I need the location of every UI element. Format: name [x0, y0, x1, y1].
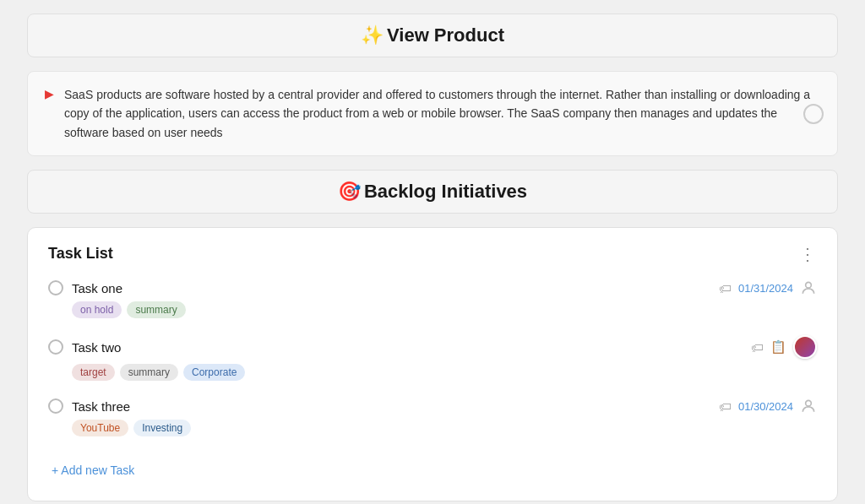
backlog-title: 🎯Backlog Initiatives: [338, 181, 527, 202]
tags-row-3: YouTube Investing: [72, 420, 817, 436]
circle-icon: [803, 104, 824, 124]
person-icon-1: [800, 279, 817, 296]
info-box: ▶ SaaS products are software hosted by a…: [27, 71, 838, 156]
svg-point-0: [806, 283, 812, 289]
tag-youtube[interactable]: YouTube: [72, 420, 128, 436]
task-name-1: Task one: [72, 281, 122, 295]
page-wrapper: ✨View Product ▶ SaaS products are softwa…: [27, 14, 838, 501]
task-item-2: Task two 🏷 📋 target summary Corporate: [48, 335, 817, 381]
backlog-emoji: 🎯: [338, 181, 361, 202]
add-task-button[interactable]: + Add new Task: [52, 460, 134, 480]
task-name-3: Task three: [72, 399, 130, 414]
view-product-title: ✨View Product: [361, 24, 504, 46]
info-text: SaaS products are software hosted by a c…: [64, 85, 820, 142]
tag-summary-1[interactable]: summary: [127, 301, 185, 318]
task-list-title: Task List: [48, 245, 113, 263]
person-icon-3: [800, 398, 817, 415]
task-checkbox-3[interactable]: [48, 398, 63, 414]
task-row-3: Task three 🏷 01/30/2024: [48, 398, 817, 415]
task-date-1: 01/31/2024: [738, 282, 793, 295]
tags-row-1: on hold summary: [72, 301, 817, 318]
more-options-button[interactable]: ⋮: [799, 246, 817, 263]
task-date-3: 01/30/2024: [738, 400, 793, 413]
task-checkbox-1[interactable]: [48, 280, 63, 295]
task-item-1: Task one 🏷 01/31/2024 on hold summary: [48, 279, 817, 318]
tag-on-hold[interactable]: on hold: [72, 301, 122, 318]
task-right-3: 🏷 01/30/2024: [719, 398, 817, 415]
task-left-3: Task three: [48, 398, 130, 414]
avatar-2: [793, 335, 817, 359]
tags-row-2: target summary Corporate: [72, 364, 817, 381]
task-left-2: Task two: [48, 339, 121, 355]
view-product-emoji: ✨: [361, 24, 384, 46]
task-row-2: Task two 🏷 📋: [48, 335, 817, 359]
tag-icon-2: 🏷: [751, 340, 764, 355]
task-left-1: Task one: [48, 280, 122, 295]
tag-icon-1: 🏷: [719, 281, 732, 295]
task-checkbox-2[interactable]: [48, 339, 63, 355]
task-card-header: Task List ⋮: [48, 245, 817, 263]
task-right-1: 🏷 01/31/2024: [719, 279, 817, 296]
svg-point-1: [806, 401, 812, 407]
task-name-2: Task two: [72, 340, 121, 355]
calendar-icon-2: 📋: [770, 339, 786, 355]
tag-icon-3: 🏷: [719, 399, 732, 414]
task-row-1: Task one 🏷 01/31/2024: [48, 279, 817, 296]
task-card: Task List ⋮ Task one 🏷 01/31/2024: [27, 227, 838, 501]
task-item-3: Task three 🏷 01/30/2024 YouTube Investin…: [48, 398, 817, 436]
tag-corporate[interactable]: Corporate: [183, 364, 245, 381]
tag-target[interactable]: target: [72, 364, 115, 381]
tag-investing[interactable]: Investing: [133, 420, 191, 436]
task-right-2: 🏷 📋: [751, 335, 817, 359]
tag-summary-2[interactable]: summary: [120, 364, 178, 381]
play-icon: ▶: [45, 87, 54, 100]
view-product-header: ✨View Product: [27, 14, 838, 57]
backlog-header: 🎯Backlog Initiatives: [27, 170, 838, 214]
